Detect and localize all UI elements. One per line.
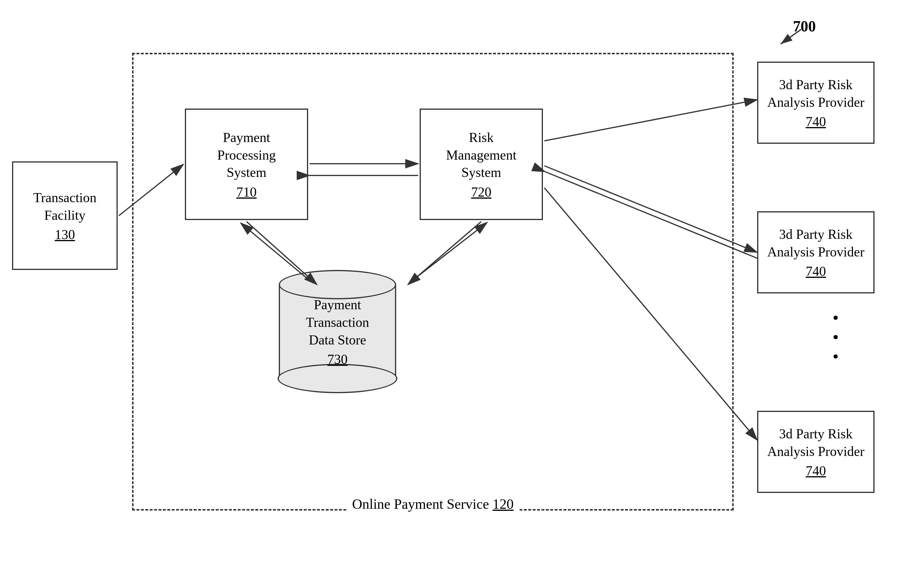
data-store-label: PaymentTransactionData Store 730 — [306, 296, 369, 367]
party-provider-1-box: 3d Party RiskAnalysis Provider 740 — [757, 61, 875, 144]
party-provider-1-id: 740 — [806, 114, 826, 129]
cylinder-bottom — [278, 364, 397, 393]
svg-line-1 — [781, 29, 801, 44]
party-provider-1-label: 3d Party RiskAnalysis Provider — [767, 76, 864, 111]
transaction-facility-id: 130 — [55, 227, 75, 243]
payment-processing-label: PaymentProcessingSystem — [217, 129, 275, 181]
payment-processing-id: 710 — [237, 184, 257, 200]
ellipsis-dots: ••• — [833, 308, 839, 366]
cylinder-top — [279, 270, 396, 299]
party-provider-3-label: 3d Party RiskAnalysis Provider — [767, 425, 864, 461]
party-provider-3-id: 740 — [806, 463, 826, 479]
online-payment-service-label: Online Payment Service 120 — [346, 496, 520, 512]
transaction-facility-box: TransactionFacility 130 — [12, 161, 118, 270]
party-provider-3-box: 3d Party RiskAnalysis Provider 740 — [757, 411, 875, 493]
data-store-cylinder: PaymentTransactionData Store 730 — [279, 270, 396, 393]
party-provider-2-id: 740 — [806, 264, 826, 279]
figure-arrow — [772, 26, 807, 50]
risk-management-box: RiskManagementSystem 720 — [420, 109, 543, 220]
diagram: 700 Online Payment Service 120 Transacti… — [0, 0, 898, 588]
party-provider-2-label: 3d Party RiskAnalysis Provider — [767, 226, 864, 261]
party-provider-2-box: 3d Party RiskAnalysis Provider 740 — [757, 211, 875, 293]
transaction-facility-label: TransactionFacility — [33, 189, 97, 224]
risk-management-id: 720 — [471, 184, 492, 200]
payment-processing-box: PaymentProcessingSystem 710 — [185, 109, 308, 220]
risk-management-label: RiskManagementSystem — [446, 129, 517, 181]
